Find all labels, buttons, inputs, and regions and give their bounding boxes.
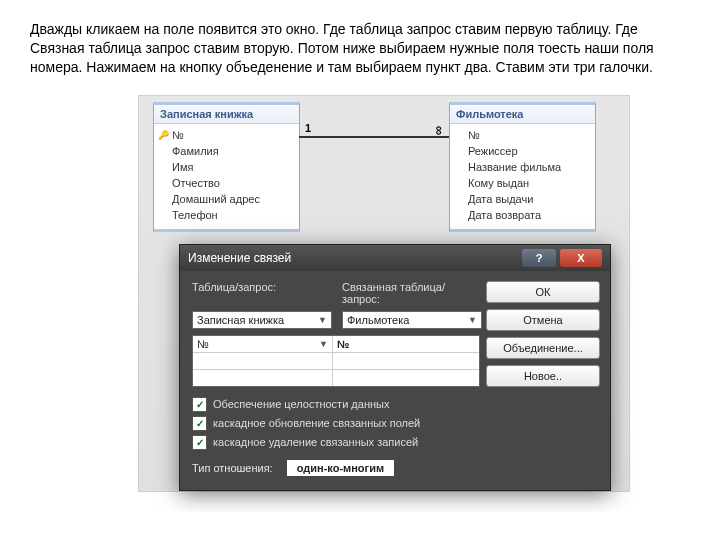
- cancel-button[interactable]: Отмена: [486, 309, 600, 331]
- grid-cell-empty[interactable]: [193, 370, 333, 386]
- field-label: Телефон: [172, 209, 218, 221]
- help-button[interactable]: ?: [522, 249, 556, 267]
- cardinality-one: 1: [305, 122, 311, 134]
- create-new-button[interactable]: Новое..: [486, 365, 600, 387]
- entity-field[interactable]: Отчество: [154, 175, 299, 191]
- grid-cell-empty[interactable]: [193, 353, 333, 369]
- relationships-canvas: Записная книжка 🔑 № Фамилия Имя Отчество…: [138, 95, 630, 492]
- dialog-body: Таблица/запрос: Связанная таблица/запрос…: [180, 271, 610, 490]
- relationship-type-value: один-ко-многим: [287, 460, 394, 476]
- table-query-combo[interactable]: Записная книжка ▼: [192, 311, 332, 329]
- cascade-update-checkbox[interactable]: ✓: [192, 416, 207, 431]
- entity-field[interactable]: Дата выдачи: [450, 191, 595, 207]
- field-label: Отчество: [172, 177, 220, 189]
- table-query-label: Таблица/запрос:: [192, 281, 332, 293]
- entity-field[interactable]: 🔑 №: [154, 127, 299, 143]
- field-label: Имя: [172, 161, 193, 173]
- check-label: Обеспечение целостности данных: [213, 398, 389, 410]
- integrity-options: ✓ Обеспечение целостности данных ✓ каска…: [192, 397, 598, 450]
- field-label: Дата возврата: [468, 209, 541, 221]
- related-table-query-combo[interactable]: Фильмотека ▼: [342, 311, 482, 329]
- edit-relationships-dialog: Изменение связей ? X Таблица/запрос: Свя…: [179, 244, 611, 491]
- entity-fields-right: № Режиссер Название фильма Кому выдан Да…: [450, 124, 595, 229]
- entity-box-left[interactable]: Записная книжка 🔑 № Фамилия Имя Отчество…: [153, 102, 300, 232]
- chevron-down-icon: ▼: [318, 315, 327, 325]
- combo-value: Записная книжка: [197, 314, 284, 326]
- grid-cell-left-field[interactable]: № ▼: [193, 336, 333, 352]
- field-label: Режиссер: [468, 145, 518, 157]
- field-label: №: [172, 129, 184, 141]
- primary-key-icon: 🔑: [158, 128, 169, 142]
- entity-field[interactable]: Фамилия: [154, 143, 299, 159]
- field-label: Название фильма: [468, 161, 561, 173]
- ok-button[interactable]: ОК: [486, 281, 600, 303]
- chevron-down-icon: ▼: [319, 339, 328, 349]
- relationship-type-label: Тип отношения:: [192, 462, 273, 474]
- relationship-line[interactable]: [299, 136, 449, 138]
- field-value: №: [197, 338, 209, 350]
- enforce-integrity-checkbox[interactable]: ✓: [192, 397, 207, 412]
- entity-field[interactable]: №: [450, 127, 595, 143]
- grid-cell-empty[interactable]: [333, 370, 479, 386]
- field-label: Дата выдачи: [468, 193, 533, 205]
- entity-field[interactable]: Режиссер: [450, 143, 595, 159]
- combo-value: Фильмотека: [347, 314, 409, 326]
- related-table-query-label: Связанная таблица/запрос:: [342, 281, 482, 305]
- field-label: №: [468, 129, 480, 141]
- field-label: Фамилия: [172, 145, 219, 157]
- dialog-title: Изменение связей: [188, 251, 291, 265]
- chevron-down-icon: ▼: [468, 315, 477, 325]
- dialog-titlebar[interactable]: Изменение связей ? X: [180, 245, 610, 271]
- field-label: Кому выдан: [468, 177, 529, 189]
- grid-cell-empty[interactable]: [333, 353, 479, 369]
- grid-cell-right-field[interactable]: №: [333, 336, 479, 352]
- close-button[interactable]: X: [560, 249, 602, 267]
- field-label: Домашний адрес: [172, 193, 260, 205]
- entity-title-right: Фильмотека: [450, 105, 595, 124]
- entity-box-right[interactable]: Фильмотека № Режиссер Название фильма Ко…: [449, 102, 596, 232]
- entity-field[interactable]: Телефон: [154, 207, 299, 223]
- check-label: каскадное обновление связанных полей: [213, 417, 420, 429]
- join-type-button[interactable]: Объединение...: [486, 337, 600, 359]
- field-mapping-grid[interactable]: № ▼ №: [192, 335, 480, 387]
- entity-title-left: Записная книжка: [154, 105, 299, 124]
- field-value: №: [337, 338, 349, 350]
- entity-field[interactable]: Название фильма: [450, 159, 595, 175]
- check-label: каскадное удаление связанных записей: [213, 436, 418, 448]
- instruction-text: Дважды кликаем на поле появится это окно…: [30, 20, 690, 77]
- entity-field[interactable]: Кому выдан: [450, 175, 595, 191]
- cardinality-many: ∞: [432, 126, 447, 135]
- entity-field[interactable]: Имя: [154, 159, 299, 175]
- entity-field[interactable]: Дата возврата: [450, 207, 595, 223]
- entity-field[interactable]: Домашний адрес: [154, 191, 299, 207]
- entity-fields-left: 🔑 № Фамилия Имя Отчество Домашний адрес …: [154, 124, 299, 229]
- cascade-delete-checkbox[interactable]: ✓: [192, 435, 207, 450]
